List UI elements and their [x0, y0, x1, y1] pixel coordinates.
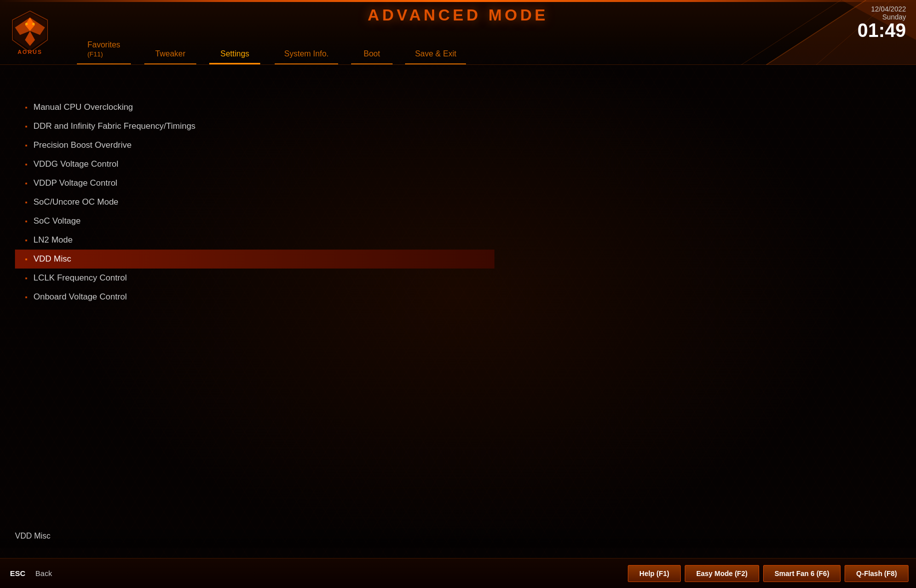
menu-item-vddp[interactable]: VDDP Voltage Control	[15, 174, 726, 193]
smart-fan-button[interactable]: Smart Fan 6 (F6)	[763, 565, 841, 582]
help-button[interactable]: Help (F1)	[628, 565, 681, 582]
tab-sysinfo[interactable]: System Info.	[267, 45, 346, 64]
menu-item-ddr-fabric[interactable]: DDR and Infinity Fabric Frequency/Timing…	[15, 117, 726, 136]
svg-line-2	[766, 0, 866, 65]
menu-item-soc-oc[interactable]: SoC/Uncore OC Mode	[15, 193, 726, 212]
nav-tabs: Favorites (F11) Tweaker Settings System …	[60, 36, 766, 64]
aorus-logo: AORUS	[10, 10, 50, 55]
menu-item-ln2[interactable]: LN2 Mode	[15, 231, 726, 250]
menu-item-soc-volt[interactable]: SoC Voltage	[15, 212, 726, 231]
tab-boot[interactable]: Boot	[346, 45, 398, 64]
tab-favorites[interactable]: Favorites (F11)	[70, 36, 138, 64]
q-flash-button[interactable]: Q-Flash (F8)	[845, 565, 909, 582]
menu-item-lclk[interactable]: LCLK Frequency Control	[15, 269, 726, 288]
footer-buttons: Help (F1) Easy Mode (F2) Smart Fan 6 (F6…	[628, 565, 916, 582]
svg-point-8	[32, 22, 35, 25]
tab-saveexit[interactable]: Save & Exit	[398, 45, 474, 64]
logo-area: AORUS	[0, 10, 65, 55]
menu-item-manual-cpu[interactable]: Manual CPU Overclocking	[15, 98, 726, 117]
back-label: Back	[35, 569, 52, 578]
menu-item-vddg[interactable]: VDDG Voltage Control	[15, 155, 726, 174]
svg-text:AORUS: AORUS	[17, 49, 42, 55]
datetime-area: 12/04/2022 Sunday 01:49	[858, 5, 906, 40]
date-display: 12/04/2022 Sunday	[858, 5, 906, 21]
header: AORUS ADVANCED MODE Favorites (F11) Twea…	[0, 0, 916, 65]
menu-item-vdd-misc[interactable]: VDD Misc	[15, 250, 494, 269]
tab-settings[interactable]: Settings	[203, 45, 267, 64]
page-title: ADVANCED MODE	[368, 6, 548, 24]
menu-item-onboard-volt[interactable]: Onboard Voltage Control	[15, 288, 726, 306]
tab-tweaker[interactable]: Tweaker	[138, 45, 203, 64]
menu-item-pbo[interactable]: Precision Boost Overdrive	[15, 136, 726, 155]
description-bar: VDD Misc	[0, 524, 916, 548]
easy-mode-button[interactable]: Easy Mode (F2)	[685, 565, 759, 582]
svg-point-7	[25, 22, 28, 25]
footer: ESC Back Help (F1) Easy Mode (F2) Smart …	[0, 558, 916, 588]
footer-left: ESC Back	[0, 569, 52, 578]
esc-key[interactable]: ESC	[10, 569, 25, 578]
time-display: 01:49	[858, 21, 906, 40]
menu-list: Manual CPU Overclocking DDR and Infinity…	[15, 98, 726, 306]
